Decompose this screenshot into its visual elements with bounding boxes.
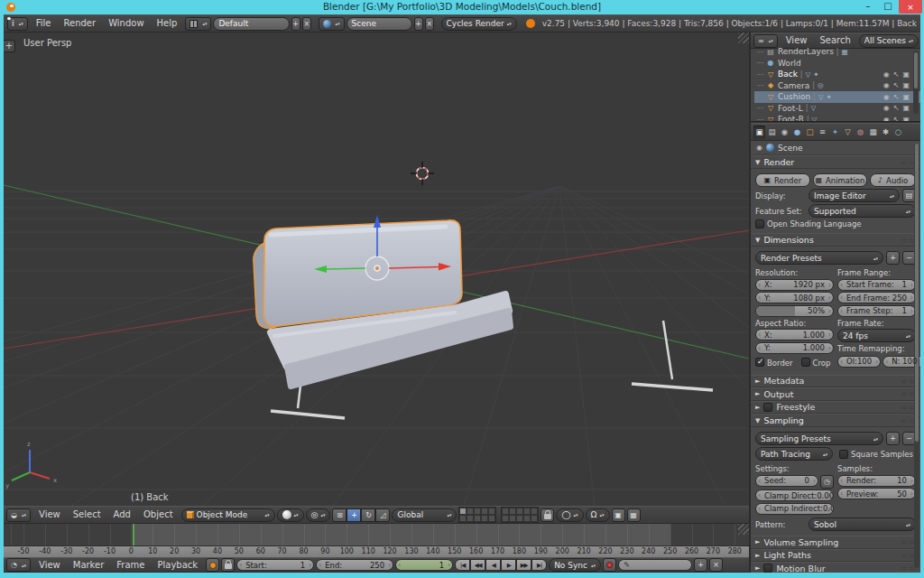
menu-file[interactable]: File <box>30 15 58 32</box>
layer-cell[interactable] <box>516 508 523 515</box>
minimize-button[interactable]: – <box>859 0 877 14</box>
menu-add[interactable]: Add <box>107 507 137 523</box>
end-frame-field[interactable]: End Frame:250 <box>837 292 916 303</box>
toolshelf-expand-tab[interactable]: + <box>4 40 15 52</box>
editor-type-button-timeline[interactable]: ◔▴▾ <box>6 558 31 572</box>
outliner-row-foot-l[interactable]: ▽Foot-L|▽◉↖▣ <box>754 103 920 115</box>
outliner-row-back[interactable]: ▽Back|▽✦◉↖▣ <box>754 69 920 80</box>
layer-cell[interactable] <box>531 515 538 522</box>
timeline-track-area[interactable] <box>4 524 749 545</box>
osl-checkbox[interactable] <box>755 219 764 228</box>
square-samples-checkbox[interactable] <box>839 450 848 459</box>
properties-scrollbar[interactable] <box>914 144 919 568</box>
ol-100-field[interactable]: Ol:100 <box>837 356 881 368</box>
add-preset-button[interactable]: + <box>886 251 900 265</box>
delete-layout-button[interactable]: × <box>302 17 311 31</box>
current-frame-cursor[interactable] <box>133 524 134 545</box>
layer-cell[interactable] <box>509 515 516 522</box>
preview-field[interactable]: Preview:50 <box>837 488 916 499</box>
layer-cell[interactable] <box>488 508 495 515</box>
layer-cell[interactable] <box>531 508 538 515</box>
render-engine-dropdown[interactable]: Cycles Render▴▾ <box>441 17 517 31</box>
layer-cell[interactable] <box>467 515 474 522</box>
seed-clock-button[interactable]: ◷ <box>820 475 834 489</box>
layer-cell[interactable] <box>523 508 531 515</box>
panel-header-dimensions[interactable]: ▼Dimensions== <box>751 233 920 247</box>
layer-cell[interactable] <box>502 508 509 515</box>
border-checkbox[interactable] <box>755 358 764 367</box>
outliner-row-foot-r[interactable]: ▽Foot-R|▽◉↖▣ <box>754 114 920 121</box>
opengl-render-still-button[interactable]: ▣ <box>612 508 625 522</box>
current-frame-field[interactable]: 1 <box>395 559 453 571</box>
sync-dropdown[interactable]: No Sync▴▾ <box>549 558 601 572</box>
outliner-row-renderlayers[interactable]: ▤RenderLayers|▦ <box>754 46 920 58</box>
selectability-cursor-icon[interactable]: ↖ <box>893 104 900 112</box>
add-scene-button[interactable]: + <box>414 17 423 31</box>
screen-layout-icon-button[interactable]: ▴▾ <box>185 17 211 31</box>
y-field[interactable]: Y:1.000 <box>755 342 834 354</box>
menu-view[interactable]: View <box>32 557 67 573</box>
jump-to-start-button[interactable]: |◀ <box>455 559 470 571</box>
layer-cell[interactable] <box>474 508 481 515</box>
render-presets-dropdown[interactable]: Render Presets▴▾ <box>755 251 883 265</box>
render-still-button[interactable]: ▣Render <box>755 173 810 187</box>
clamp-direct-field[interactable]: Clamp Direct:0.00 <box>755 489 834 501</box>
sampling-presets-dropdown[interactable]: Sampling Presets▴▾ <box>755 432 883 445</box>
pivot-point-dropdown[interactable]: ◎▴▾ <box>306 508 331 522</box>
y-field[interactable]: Y:1080 px <box>755 292 834 303</box>
selectability-cursor-icon[interactable]: ↖ <box>893 93 900 101</box>
selectability-cursor-icon[interactable]: ↖ <box>893 81 900 89</box>
layer-cell[interactable] <box>481 508 488 515</box>
x-field[interactable]: X:1920 px <box>755 279 834 291</box>
texture-tab[interactable]: ▦ <box>867 126 879 139</box>
physics-tab[interactable]: ○ <box>892 126 904 139</box>
menu-marker[interactable]: Marker <box>67 557 111 573</box>
manipulator-rotate[interactable]: ↻ <box>361 508 375 522</box>
layer-cell[interactable] <box>488 515 495 522</box>
material-tab[interactable]: ◍ <box>855 126 866 139</box>
render-animation-button[interactable]: ▦Animation <box>813 173 868 187</box>
feature-set-dropdown[interactable]: Supported▴▾ <box>808 204 916 218</box>
keying-set-field[interactable]: ✎ <box>618 559 692 571</box>
3d-viewport[interactable]: x y z User Persp (1) Back + <box>4 33 749 506</box>
layer-cell[interactable] <box>474 515 481 522</box>
insert-keyframe-button[interactable]: + <box>694 558 707 572</box>
use-preview-range-button[interactable] <box>206 558 219 572</box>
renderability-camera-icon[interactable]: ▣ <box>902 93 910 101</box>
visibility-eye-icon[interactable]: ◉ <box>883 81 890 89</box>
add-layout-button[interactable]: + <box>291 17 300 31</box>
proportional-edit-dropdown[interactable]: ◯▴▾ <box>556 508 583 522</box>
layer-cell[interactable] <box>459 508 467 515</box>
layer-cell[interactable] <box>523 515 531 522</box>
clamp-indirect-field[interactable]: Clamp Indirect:0.00 <box>755 503 834 515</box>
visibility-eye-icon[interactable]: ◉ <box>883 104 890 112</box>
seed-field[interactable]: Seed:0 <box>755 475 818 487</box>
menu-object[interactable]: Object <box>137 507 180 523</box>
editor-type-button-3dview[interactable]: ◒▴▾ <box>6 508 31 522</box>
render-layers-tab[interactable]: ▤ <box>766 126 778 139</box>
layer-cell[interactable] <box>502 515 509 522</box>
menu-frame[interactable]: Frame <box>110 557 151 573</box>
outliner-scrollbar[interactable] <box>913 51 919 114</box>
jump-prev-keyframe-button[interactable]: ◀◀ <box>470 559 485 571</box>
play-button[interactable]: ▶ <box>501 559 516 571</box>
timeline-ruler[interactable]: -50-40-30-20-100102030405060708090100110… <box>4 545 749 557</box>
mode-dropdown[interactable]: Object Mode▴▾ <box>181 508 275 522</box>
crop-checkbox[interactable] <box>801 358 810 367</box>
menu-select[interactable]: Select <box>67 507 107 523</box>
x-field[interactable]: X:1.000 <box>755 329 834 340</box>
y-axis-handle[interactable] <box>327 268 365 269</box>
delete-scene-button[interactable]: × <box>425 17 434 31</box>
display-dropdown[interactable]: Image Editor▴▾ <box>808 189 900 202</box>
manipulator-toggle[interactable]: ⊞ <box>332 508 346 522</box>
outliner-row-cushion[interactable]: ▽Cushion|▽✦◉↖▣ <box>754 91 920 103</box>
render-tab[interactable]: ▣ <box>753 126 765 139</box>
render-field[interactable]: Render:10 <box>837 475 916 487</box>
object-tab[interactable]: □ <box>804 126 816 139</box>
panel-header-light-paths[interactable]: ►Light Paths== <box>751 549 920 563</box>
panel-checkbox[interactable] <box>763 564 772 573</box>
menu-window[interactable]: Window <box>102 15 150 32</box>
layer-cell[interactable] <box>459 515 467 522</box>
scene-field[interactable]: Scene <box>346 17 412 31</box>
screen-layout-field[interactable]: Default <box>213 17 289 31</box>
